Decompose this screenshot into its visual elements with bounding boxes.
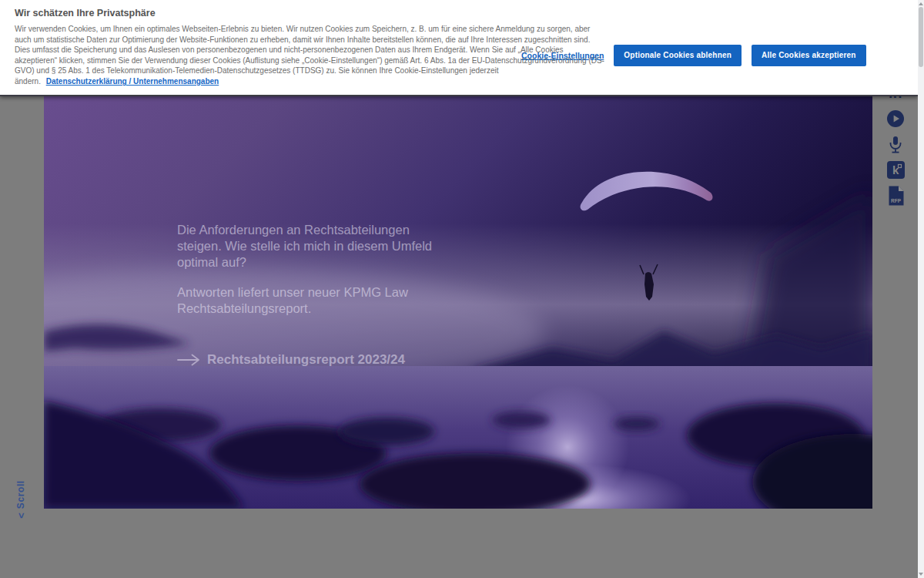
social-icon-rail: in k RFP: [886, 84, 905, 206]
rfp-glyph: RFP: [888, 186, 904, 206]
play-button-glyph: [886, 109, 905, 128]
scroll-label: Scroll: [15, 480, 26, 509]
scrollbar-thumb[interactable]: [919, 7, 923, 67]
cookie-body-line: Dies umfasst die Speicherung und das Aus…: [15, 45, 521, 55]
browser-scrollbar[interactable]: [918, 0, 924, 578]
scroll-indicator[interactable]: < Scroll: [0, 461, 48, 538]
chevron-down-icon: <: [15, 512, 27, 519]
cookie-body-line: auch um statistische Daten zur Optimieru…: [15, 35, 521, 45]
klardenker-app-icon[interactable]: k: [886, 161, 905, 179]
report-cta-link[interactable]: Rechtsabteilungsreport 2023/24: [177, 352, 432, 368]
video-play-icon[interactable]: [886, 109, 905, 128]
cookie-consent-dialog: Wir schätzen Ihre Privatsphäre Wir verwe…: [0, 0, 918, 96]
hero-intro-paragraph: Die Anforderungen an Rechtsabteilungen s…: [177, 222, 432, 271]
hero-answer-paragraph: Antworten liefert unser neuer KPMG Law R…: [177, 284, 432, 317]
reject-optional-cookies-button[interactable]: Optionale Cookies ablehnen: [614, 45, 742, 66]
cookie-body-line: ändern. Datenschutzerklärung / Unternehm…: [15, 76, 521, 87]
cookie-settings-link[interactable]: Cookie-Einstellungen: [521, 51, 604, 60]
hero-answer-line: Antworten liefert unser neuer KPMG Law: [177, 285, 408, 299]
rfp-document-icon[interactable]: RFP: [886, 186, 905, 206]
scrollbar-down-arrow[interactable]: [919, 573, 923, 576]
cookie-body-last-line-prefix: ändern.: [15, 77, 41, 86]
privacy-policy-link[interactable]: Datenschutzerklärung / Unternehmensangab…: [46, 77, 219, 86]
hero-answer-line: Rechtsabteilungsreport.: [177, 301, 311, 315]
arrow-right-icon: [177, 353, 200, 367]
microphone-glyph: [886, 135, 905, 154]
svg-text:RFP: RFP: [891, 198, 902, 203]
hero-intro-line: Die Anforderungen an Rechtsabteilungen: [177, 223, 410, 237]
accept-all-cookies-button[interactable]: Alle Cookies akzeptieren: [752, 45, 866, 66]
hero-intro-line: optimal auf?: [177, 255, 246, 269]
hero-intro-line: steigen. Wie stelle ich mich in diesem U…: [177, 239, 432, 253]
cookie-body-line: akzeptieren“ klicken, stimmen Sie der Ve…: [15, 55, 521, 66]
report-cta-label: Rechtsabteilungsreport 2023/24: [207, 352, 405, 368]
cookie-body-line: GVO) und § 25 Abs. 1 des Telekommunikati…: [15, 66, 521, 76]
hero-text-block: Die Anforderungen an Rechtsabteilungen s…: [177, 222, 432, 368]
scrollbar-up-arrow[interactable]: [919, 2, 923, 5]
cookie-dialog-actions: Cookie-Einstellungen Optionale Cookies a…: [521, 45, 866, 66]
klardenker-glyph: k: [887, 161, 905, 179]
cookie-body-line: Wir verwenden Cookies, um Ihnen ein opti…: [15, 24, 521, 35]
podcast-microphone-icon[interactable]: [886, 135, 905, 154]
cookie-dialog-title: Wir schätzen Ihre Privatsphäre: [15, 8, 918, 18]
cookie-dialog-body: Wir verwenden Cookies, um Ihnen ein opti…: [15, 24, 521, 87]
